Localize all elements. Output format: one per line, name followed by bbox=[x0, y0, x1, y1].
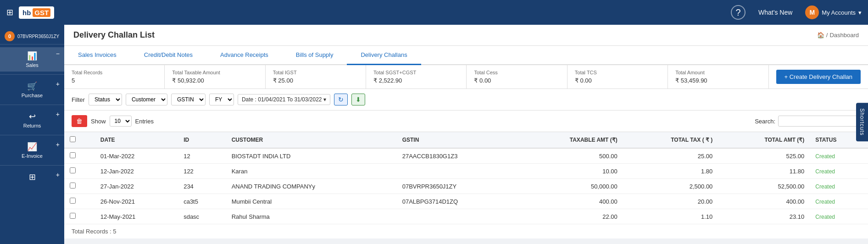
table-controls-left: 🗑 Show 10 25 50 Entries bbox=[72, 115, 154, 127]
row-taxable-amt: 400.00 bbox=[517, 194, 623, 209]
collapse-icon[interactable]: − bbox=[56, 50, 60, 57]
stats-row: Total Records 5 Total Taxable Amount ₹ 5… bbox=[64, 65, 868, 89]
download-button[interactable]: ⬇ bbox=[351, 94, 365, 105]
row-total-amt: 525.00 bbox=[718, 148, 810, 164]
row-total-tax: 2,500.00 bbox=[623, 179, 718, 194]
sidebar-label-returns: Returns bbox=[23, 123, 41, 128]
row-total-tax: 20.00 bbox=[623, 194, 718, 209]
date-range-button[interactable]: Date : 01/04/2021 To 31/03/2022 ▾ bbox=[238, 94, 330, 105]
plus-icon-purchase[interactable]: + bbox=[56, 80, 60, 88]
stat-total-records-value: 5 bbox=[72, 77, 157, 84]
table-row[interactable]: 01-Mar-2022 12 BIOSTADT INDIA LTD 27AACC… bbox=[64, 148, 868, 164]
row-checkbox[interactable] bbox=[64, 194, 95, 209]
grid-menu-icon[interactable]: ⊞ bbox=[6, 7, 13, 17]
table-row[interactable]: 12-Jan-2022 122 Karan 10.00 1.80 11.80 C… bbox=[64, 164, 868, 179]
search-label: Search: bbox=[755, 118, 775, 125]
row-taxable-amt: 50,000.00 bbox=[517, 179, 623, 194]
row-select-checkbox[interactable] bbox=[70, 213, 76, 219]
row-total-amt: 400.00 bbox=[718, 194, 810, 209]
row-id: 122 bbox=[178, 164, 226, 179]
row-select-checkbox[interactable] bbox=[70, 167, 76, 173]
stat-cess-value: ₹ 0.00 bbox=[474, 77, 559, 84]
tabs-bar: Sales Invoices Credit/Debit Notes Advanc… bbox=[64, 46, 868, 65]
stat-sgst-cgst-label: Total SGST+CGST bbox=[373, 70, 459, 75]
gstin-filter[interactable]: GSTIN bbox=[171, 94, 206, 105]
tab-credit-debit-notes[interactable]: Credit/Debit Notes bbox=[130, 46, 206, 65]
stat-taxable-amount: Total Taxable Amount ₹ 50,932.00 bbox=[165, 65, 265, 89]
row-id: 234 bbox=[178, 179, 226, 194]
tab-sales-invoices[interactable]: Sales Invoices bbox=[64, 46, 130, 65]
table-row[interactable]: 27-Jan-2022 234 ANAND TRADING COMPANYy 0… bbox=[64, 179, 868, 194]
row-date: 12-May-2021 bbox=[95, 209, 178, 224]
stat-tcs-label: Total TCS bbox=[575, 70, 660, 75]
row-date: 12-Jan-2022 bbox=[95, 164, 178, 179]
sidebar-label-purchase: Purchase bbox=[22, 93, 43, 98]
logo-gst: GST bbox=[33, 8, 50, 17]
status-badge: Created bbox=[815, 183, 835, 190]
sidebar-label-einvoice: E-Invoice bbox=[22, 153, 43, 159]
show-label: Show bbox=[91, 118, 106, 125]
search-box-wrap: Search: bbox=[755, 116, 861, 127]
table-row[interactable]: 12-May-2021 sdasc Rahul Sharma 22.00 1.1… bbox=[64, 209, 868, 224]
table-row[interactable]: 26-Nov-2021 ca3t5 Mumbii Central 07ALBPG… bbox=[64, 194, 868, 209]
data-table: DATE ID CUSTOMER GSTIN TAXABLE AMT (₹) T… bbox=[64, 132, 868, 224]
sidebar-item-returns[interactable]: + ↩ Returns bbox=[0, 108, 64, 132]
sidebar-item-einvoice[interactable]: + 📈 E-Invoice bbox=[0, 138, 64, 162]
fy-filter[interactable]: FY bbox=[209, 94, 234, 105]
row-customer: Karan bbox=[226, 164, 397, 179]
col-total-tax: TOTAL TAX ( ₹ ) bbox=[623, 132, 718, 148]
row-customer: Mumbii Central bbox=[226, 194, 397, 209]
sidebar-user: 0 07BVRPR3650J1ZY bbox=[0, 28, 64, 44]
row-checkbox[interactable] bbox=[64, 179, 95, 194]
stat-cess: Total Cess ₹ 0.00 bbox=[467, 65, 567, 89]
breadcrumb: 🏠 / Dashboard bbox=[817, 32, 859, 39]
select-all-checkbox[interactable] bbox=[70, 136, 76, 142]
row-select-checkbox[interactable] bbox=[70, 152, 76, 158]
sales-icon: 📊 bbox=[27, 51, 37, 61]
plus-icon-einvoice[interactable]: + bbox=[56, 141, 60, 148]
stat-tcs: Total TCS ₹ 0.00 bbox=[568, 65, 668, 89]
entries-select[interactable]: 10 25 50 bbox=[110, 116, 132, 127]
stat-igst-value: ₹ 25.00 bbox=[273, 77, 358, 84]
status-badge: Created bbox=[815, 214, 835, 220]
entries-label: Entries bbox=[135, 118, 154, 125]
stat-tcs-value: ₹ 0.00 bbox=[575, 77, 660, 84]
row-checkbox[interactable] bbox=[64, 148, 95, 164]
content-area: Delivery Challan List 🏠 / Dashboard Sale… bbox=[64, 25, 868, 244]
status-filter[interactable]: Status bbox=[89, 94, 122, 105]
stat-total-amount: Total Amount ₹ 53,459.90 bbox=[668, 65, 768, 89]
search-input[interactable] bbox=[778, 116, 861, 127]
help-icon[interactable]: ? bbox=[731, 5, 746, 20]
sidebar-label-sales: Sales bbox=[26, 62, 39, 68]
tab-delivery-challans[interactable]: Delivery Challans bbox=[347, 46, 421, 65]
filter-label: Filter bbox=[72, 96, 85, 103]
stat-total-records-label: Total Records bbox=[72, 70, 157, 75]
sidebar-item-sales[interactable]: − 📊 Sales bbox=[0, 47, 64, 72]
stat-igst-label: Total IGST bbox=[273, 70, 358, 75]
shortcuts-tab[interactable]: Shortcuts bbox=[856, 103, 868, 141]
tab-advance-receipts[interactable]: Advance Receipts bbox=[206, 46, 282, 65]
create-delivery-challan-button[interactable]: + Create Delivery Challan bbox=[776, 70, 861, 84]
sidebar-user-id: 07BVRPR3650J1ZY bbox=[17, 34, 59, 39]
row-taxable-amt: 10.00 bbox=[517, 164, 623, 179]
row-checkbox[interactable] bbox=[64, 164, 95, 179]
row-select-checkbox[interactable] bbox=[70, 183, 76, 189]
refresh-button[interactable]: ↻ bbox=[334, 94, 348, 105]
row-select-checkbox[interactable] bbox=[70, 198, 76, 204]
row-gstin: 07BVRPR3650J1ZY bbox=[397, 179, 517, 194]
delete-button[interactable]: 🗑 bbox=[72, 115, 87, 127]
customer-filter[interactable]: Customer bbox=[126, 94, 167, 105]
plus-icon-returns[interactable]: + bbox=[56, 111, 60, 118]
row-checkbox[interactable] bbox=[64, 209, 95, 224]
my-accounts-menu[interactable]: M My Accounts ▾ bbox=[805, 6, 862, 19]
sidebar-section-returns: + ↩ Returns bbox=[0, 105, 64, 135]
sidebar-item-more[interactable]: + ⊞ bbox=[0, 168, 64, 186]
user-avatar: M bbox=[805, 6, 819, 19]
sidebar-item-purchase[interactable]: + 🛒 Purchase bbox=[0, 78, 64, 102]
whats-new-link[interactable]: What's New bbox=[758, 9, 792, 16]
tab-bills-of-supply[interactable]: Bills of Supply bbox=[282, 46, 347, 65]
row-status: Created bbox=[810, 209, 868, 224]
row-total-tax: 1.10 bbox=[623, 209, 718, 224]
plus-icon-more[interactable]: + bbox=[56, 171, 60, 178]
status-badge: Created bbox=[815, 199, 835, 205]
